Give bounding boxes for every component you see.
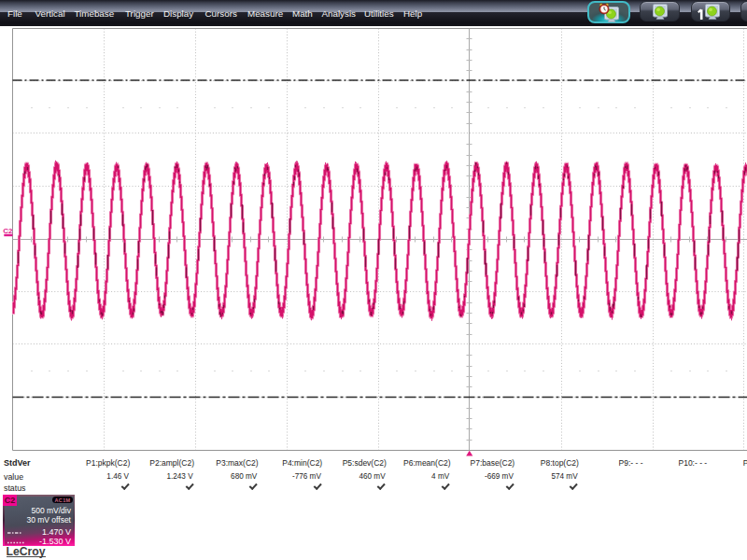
svg-text:C2: C2 <box>3 227 13 235</box>
